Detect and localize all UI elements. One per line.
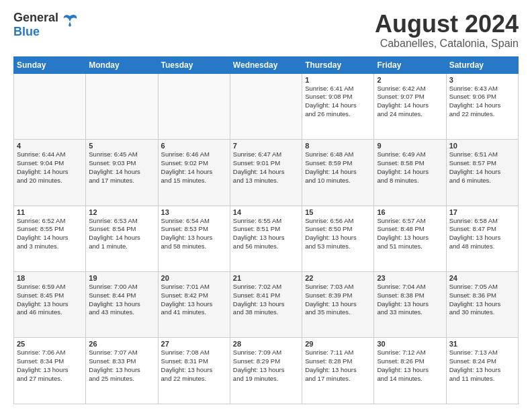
table-row — [14, 73, 86, 139]
day-number: 24 — [449, 274, 515, 282]
day-number: 31 — [449, 340, 515, 348]
table-row: 29Sunrise: 7:11 AM Sunset: 8:28 PM Dayli… — [302, 338, 374, 404]
day-number: 10 — [449, 142, 515, 150]
table-row — [230, 73, 302, 139]
day-number: 16 — [377, 208, 443, 216]
day-info: Sunrise: 6:49 AM Sunset: 8:58 PM Dayligh… — [377, 150, 443, 185]
day-info: Sunrise: 6:47 AM Sunset: 9:01 PM Dayligh… — [233, 150, 299, 185]
header-thursday: Thursday — [302, 56, 374, 73]
table-row: 3Sunrise: 6:43 AM Sunset: 9:06 PM Daylig… — [446, 73, 518, 139]
day-info: Sunrise: 6:48 AM Sunset: 8:59 PM Dayligh… — [305, 150, 371, 185]
table-row: 28Sunrise: 7:09 AM Sunset: 8:29 PM Dayli… — [230, 338, 302, 404]
calendar-row-4: 25Sunrise: 7:06 AM Sunset: 8:34 PM Dayli… — [14, 338, 519, 404]
table-row: 9Sunrise: 6:49 AM Sunset: 8:58 PM Daylig… — [374, 140, 446, 205]
day-number: 2 — [377, 76, 443, 84]
table-row: 22Sunrise: 7:03 AM Sunset: 8:39 PM Dayli… — [302, 272, 374, 338]
table-row: 31Sunrise: 7:13 AM Sunset: 8:24 PM Dayli… — [446, 338, 518, 404]
calendar-row-0: 1Sunrise: 6:41 AM Sunset: 9:08 PM Daylig… — [14, 73, 519, 139]
logo-bird-icon — [60, 12, 79, 31]
table-row: 25Sunrise: 7:06 AM Sunset: 8:34 PM Dayli… — [14, 338, 86, 404]
table-row: 12Sunrise: 6:53 AM Sunset: 8:54 PM Dayli… — [86, 205, 158, 271]
header-saturday: Saturday — [446, 56, 518, 73]
table-row: 27Sunrise: 7:08 AM Sunset: 8:31 PM Dayli… — [158, 338, 230, 404]
table-row: 13Sunrise: 6:54 AM Sunset: 8:53 PM Dayli… — [158, 205, 230, 271]
day-number: 30 — [377, 340, 443, 348]
day-number: 20 — [161, 274, 227, 282]
table-row: 15Sunrise: 6:56 AM Sunset: 8:50 PM Dayli… — [302, 205, 374, 271]
day-info: Sunrise: 7:06 AM Sunset: 8:34 PM Dayligh… — [17, 349, 83, 383]
header: General Blue August 2024 Cabanelles, Cat… — [13, 11, 519, 50]
day-info: Sunrise: 6:59 AM Sunset: 8:45 PM Dayligh… — [17, 283, 83, 317]
day-number: 11 — [17, 208, 83, 216]
day-number: 22 — [305, 274, 371, 282]
day-info: Sunrise: 7:09 AM Sunset: 8:29 PM Dayligh… — [233, 349, 299, 383]
logo-blue: Blue — [13, 25, 40, 38]
day-info: Sunrise: 7:07 AM Sunset: 8:33 PM Dayligh… — [89, 349, 154, 383]
month-title: August 2024 — [375, 11, 519, 38]
header-sunday: Sunday — [14, 56, 86, 73]
day-info: Sunrise: 6:41 AM Sunset: 9:08 PM Dayligh… — [305, 85, 371, 119]
table-row: 24Sunrise: 7:05 AM Sunset: 8:36 PM Dayli… — [446, 272, 518, 338]
day-info: Sunrise: 6:52 AM Sunset: 8:55 PM Dayligh… — [17, 217, 83, 251]
location-title: Cabanelles, Catalonia, Spain — [375, 38, 519, 50]
calendar-table: Sunday Monday Tuesday Wednesday Thursday… — [13, 56, 519, 404]
day-number: 28 — [233, 340, 299, 348]
table-row: 30Sunrise: 7:12 AM Sunset: 8:26 PM Dayli… — [374, 338, 446, 404]
header-friday: Friday — [374, 56, 446, 73]
day-number: 25 — [17, 340, 83, 348]
table-row: 18Sunrise: 6:59 AM Sunset: 8:45 PM Dayli… — [14, 272, 86, 338]
day-info: Sunrise: 7:11 AM Sunset: 8:28 PM Dayligh… — [305, 349, 371, 383]
calendar-header-row: Sunday Monday Tuesday Wednesday Thursday… — [14, 56, 519, 73]
day-info: Sunrise: 6:46 AM Sunset: 9:02 PM Dayligh… — [161, 150, 227, 185]
table-row: 10Sunrise: 6:51 AM Sunset: 8:57 PM Dayli… — [446, 140, 518, 205]
table-row: 11Sunrise: 6:52 AM Sunset: 8:55 PM Dayli… — [14, 205, 86, 271]
day-info: Sunrise: 6:56 AM Sunset: 8:50 PM Dayligh… — [305, 217, 371, 251]
day-number: 15 — [305, 208, 371, 216]
logo-general: General — [13, 11, 58, 24]
table-row: 7Sunrise: 6:47 AM Sunset: 9:01 PM Daylig… — [230, 140, 302, 205]
day-info: Sunrise: 6:53 AM Sunset: 8:54 PM Dayligh… — [89, 217, 154, 251]
header-wednesday: Wednesday — [230, 56, 302, 73]
day-number: 26 — [89, 340, 154, 348]
table-row: 2Sunrise: 6:42 AM Sunset: 9:07 PM Daylig… — [374, 73, 446, 139]
day-info: Sunrise: 7:04 AM Sunset: 8:38 PM Dayligh… — [377, 283, 443, 317]
table-row: 23Sunrise: 7:04 AM Sunset: 8:38 PM Dayli… — [374, 272, 446, 338]
day-info: Sunrise: 6:54 AM Sunset: 8:53 PM Dayligh… — [161, 217, 227, 251]
header-tuesday: Tuesday — [158, 56, 230, 73]
calendar-row-2: 11Sunrise: 6:52 AM Sunset: 8:55 PM Dayli… — [14, 205, 519, 271]
table-row: 17Sunrise: 6:58 AM Sunset: 8:47 PM Dayli… — [446, 205, 518, 271]
day-info: Sunrise: 7:00 AM Sunset: 8:44 PM Dayligh… — [89, 283, 154, 317]
day-number: 12 — [89, 208, 154, 216]
day-number: 1 — [305, 76, 371, 84]
day-number: 5 — [89, 142, 154, 150]
day-info: Sunrise: 7:13 AM Sunset: 8:24 PM Dayligh… — [449, 349, 515, 383]
table-row: 14Sunrise: 6:55 AM Sunset: 8:51 PM Dayli… — [230, 205, 302, 271]
day-info: Sunrise: 7:08 AM Sunset: 8:31 PM Dayligh… — [161, 349, 227, 383]
day-info: Sunrise: 7:12 AM Sunset: 8:26 PM Dayligh… — [377, 349, 443, 383]
table-row: 4Sunrise: 6:44 AM Sunset: 9:04 PM Daylig… — [14, 140, 86, 205]
day-number: 8 — [305, 142, 371, 150]
day-number: 7 — [233, 142, 299, 150]
day-info: Sunrise: 6:45 AM Sunset: 9:03 PM Dayligh… — [89, 150, 154, 185]
day-number: 9 — [377, 142, 443, 150]
day-info: Sunrise: 6:43 AM Sunset: 9:06 PM Dayligh… — [449, 85, 515, 119]
day-number: 3 — [449, 76, 515, 84]
table-row — [86, 73, 158, 139]
day-number: 4 — [17, 142, 83, 150]
calendar-row-1: 4Sunrise: 6:44 AM Sunset: 9:04 PM Daylig… — [14, 140, 519, 205]
table-row — [158, 73, 230, 139]
table-row: 8Sunrise: 6:48 AM Sunset: 8:59 PM Daylig… — [302, 140, 374, 205]
day-number: 29 — [305, 340, 371, 348]
day-info: Sunrise: 7:01 AM Sunset: 8:42 PM Dayligh… — [161, 283, 227, 317]
day-number: 13 — [161, 208, 227, 216]
table-row: 1Sunrise: 6:41 AM Sunset: 9:08 PM Daylig… — [302, 73, 374, 139]
day-number: 14 — [233, 208, 299, 216]
title-block: August 2024 Cabanelles, Catalonia, Spain — [375, 11, 519, 50]
table-row: 5Sunrise: 6:45 AM Sunset: 9:03 PM Daylig… — [86, 140, 158, 205]
day-info: Sunrise: 6:42 AM Sunset: 9:07 PM Dayligh… — [377, 85, 443, 119]
day-number: 17 — [449, 208, 515, 216]
day-info: Sunrise: 6:58 AM Sunset: 8:47 PM Dayligh… — [449, 217, 515, 251]
day-info: Sunrise: 6:55 AM Sunset: 8:51 PM Dayligh… — [233, 217, 299, 251]
day-info: Sunrise: 7:05 AM Sunset: 8:36 PM Dayligh… — [449, 283, 515, 317]
day-info: Sunrise: 7:03 AM Sunset: 8:39 PM Dayligh… — [305, 283, 371, 317]
